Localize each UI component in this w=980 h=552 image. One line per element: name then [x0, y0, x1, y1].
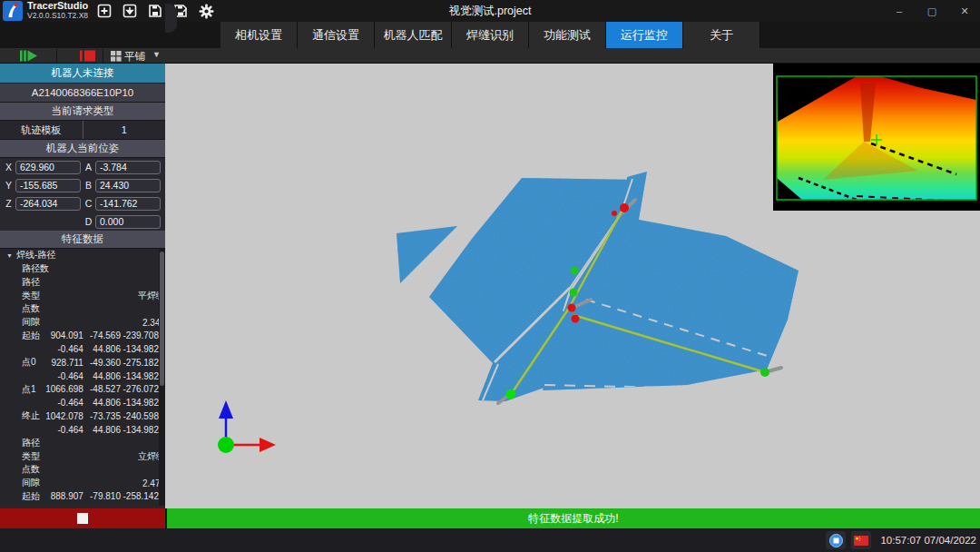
depth-heatmap-image	[773, 64, 980, 211]
tree-row-label: 起始	[22, 330, 44, 342]
settings-gear-icon[interactable]	[198, 3, 214, 19]
tab-label: 焊缝识别	[466, 27, 514, 44]
status-bar: 10:57:07 07/04/2022	[0, 528, 980, 552]
maximize-button[interactable]: ▢	[922, 5, 942, 17]
main-tab[interactable]: 运行监控	[606, 22, 683, 48]
main-tab[interactable]: 焊缝识别	[452, 22, 529, 48]
app-logo-icon	[3, 1, 23, 21]
minimize-button[interactable]: –	[889, 5, 909, 16]
tree-row[interactable]: ▼ 路径 1	[0, 276, 165, 290]
tree-row[interactable]: ▼ -0.464 44.806 -134.982	[0, 423, 165, 437]
tree-row[interactable]: ▼ 点数 2	[0, 463, 165, 477]
tree-row[interactable]: ▼ 焊线-路径	[0, 249, 165, 262]
tree-scrollbar-thumb[interactable]	[160, 251, 164, 386]
tree-scrollbar	[159, 249, 165, 506]
sidebar-collapse-handle[interactable]	[165, 4, 177, 33]
tree-row[interactable]: ▼ 终止 1042.078 -73.735 -240.598	[0, 409, 165, 423]
tracerstudio-window: TracerStudio V2.0.0.S10.T2.X8	[0, 0, 980, 552]
new-project-icon[interactable]	[96, 3, 113, 19]
tree-row[interactable]: ▼ 路径数 4	[0, 262, 165, 276]
tree-row[interactable]: ▼ -0.464 44.806 -134.982	[0, 370, 165, 383]
robot-sidebar: 机器人未连接 A2140068366E10P10 当前请求类型 轨迹模板 1 机…	[0, 64, 165, 508]
status-message: 特征数据提取成功!	[528, 511, 618, 527]
depth-heatmap-view[interactable]	[773, 64, 980, 211]
clock: 10:57:07 07/04/2022	[880, 535, 976, 546]
pose-field: D 0.000	[83, 212, 162, 231]
tab-label: 机器人匹配	[384, 27, 443, 44]
tab-strip: 相机设置 通信设置 机器人匹配 焊缝识别 功能测试 运行监控 关于	[220, 22, 760, 48]
tree-row[interactable]: ▼ 点数 2	[0, 302, 165, 316]
pose-value: 24.430	[95, 179, 161, 192]
tree-row[interactable]: ▼ 路径 2	[0, 437, 165, 450]
stop-button[interactable]	[80, 50, 96, 62]
trajectory-template-value: 1	[83, 121, 166, 139]
run-button[interactable]	[20, 50, 38, 62]
layout-mode-label: 平铺	[124, 50, 145, 64]
tree-row-label: 点数	[22, 302, 43, 315]
main-tab[interactable]: 关于	[683, 22, 760, 48]
pose-axis-label: A	[84, 162, 93, 172]
alarm-bar	[0, 508, 165, 528]
save-icon[interactable]	[147, 3, 163, 19]
tree-row[interactable]: ▼ 类型 立焊缝	[0, 449, 165, 463]
tree-row-label: 点数	[22, 463, 43, 476]
pose-axis-label: D	[84, 216, 93, 227]
main-tab[interactable]: 相机设置	[220, 22, 298, 48]
tree-row-label: 起始	[22, 490, 44, 503]
pose-field	[3, 212, 83, 231]
ime-flag-icon[interactable]	[851, 531, 871, 549]
main-tab-bar: 相机设置 通信设置 机器人匹配 焊缝识别 功能测试 运行监控 关于	[0, 22, 980, 48]
pose-value: 629.960	[15, 161, 81, 174]
pose-grid: X 629.960 A -3.784 Y -155.685 B 24.430 Z…	[0, 158, 165, 231]
tree-row[interactable]: ▼ 点1 1066.698 -48.527 -276.072	[0, 383, 165, 397]
pose-field: B 24.430	[83, 176, 162, 194]
pose-value: -3.784	[95, 161, 161, 174]
pose-field: Y -155.685	[3, 176, 83, 194]
ime-globe-icon[interactable]	[826, 531, 846, 549]
pose-value: -264.034	[15, 197, 81, 211]
main-tab[interactable]: 机器人匹配	[375, 22, 452, 48]
tree-row[interactable]: ▼ 间隙 2.341	[0, 316, 165, 330]
axis-triad-icon	[218, 400, 276, 453]
tree-row[interactable]: ▼ -0.464 44.806 -134.982	[0, 396, 165, 409]
tree-row[interactable]: ▼ 点0 928.711 -49.360 -275.182	[0, 356, 165, 370]
tree-row[interactable]: ▼ -0.464 44.806 -134.982	[0, 342, 165, 356]
main-tab[interactable]: 通信设置	[298, 22, 375, 48]
tab-label: 功能测试	[544, 27, 591, 44]
tree-row-label: 类型	[22, 290, 40, 302]
pose-axis-label: Z	[5, 198, 13, 209]
pose-axis-label: Y	[5, 180, 13, 191]
pose-field: A -3.784	[83, 158, 162, 176]
pose-value: -155.685	[15, 179, 81, 192]
layout-dropdown-arrow[interactable]: ▼	[152, 50, 161, 59]
tree-row-label: 焊线-路径	[16, 249, 55, 261]
tree-row[interactable]: ▼ 起始 904.091 -74.569 -239.708	[0, 330, 165, 343]
tree-row-label: 终止	[22, 409, 44, 422]
trajectory-template-label: 轨迹模板	[0, 121, 83, 139]
pose-axis-label: B	[84, 180, 93, 191]
pose-value: -141.762	[95, 197, 161, 211]
tree-row-label: 间隙	[22, 316, 40, 329]
feature-data-tree: ▼ 焊线-路径 ▼ 路径数 4 ▼ 路径 1 ▼ 类型	[0, 249, 165, 506]
tree-caret-icon[interactable]: ▼	[6, 252, 13, 259]
tree-row-label: 间隙	[22, 477, 40, 489]
title-bar: TracerStudio V2.0.0.S10.T2.X8	[0, 0, 980, 22]
tree-row[interactable]: ▼ 间隙 2.474	[0, 477, 165, 490]
alarm-checkbox[interactable]	[77, 513, 88, 524]
tree-row-label: 类型	[22, 450, 40, 463]
pose-field: Z -264.034	[3, 194, 83, 212]
tree-row[interactable]: ▼ 类型 平焊缝	[0, 289, 165, 302]
features-header: 特征数据	[0, 231, 165, 249]
status-message-bar: 特征数据提取成功!	[167, 508, 980, 528]
tree-row-label: 路径	[22, 276, 43, 289]
pose-value: 0.000	[95, 215, 161, 229]
tab-label: 运行监控	[621, 27, 668, 44]
tab-label: 通信设置	[312, 27, 359, 44]
run-toolbar: 平铺 ▼	[0, 48, 980, 64]
point-cloud	[363, 163, 817, 418]
connection-status: 机器人未连接	[0, 64, 165, 84]
tree-row[interactable]: ▼ 起始 888.907 -79.810 -258.142	[0, 490, 165, 504]
main-tab[interactable]: 功能测试	[529, 22, 606, 48]
close-button[interactable]: ✕	[955, 5, 975, 17]
open-project-icon[interactable]	[122, 3, 138, 19]
